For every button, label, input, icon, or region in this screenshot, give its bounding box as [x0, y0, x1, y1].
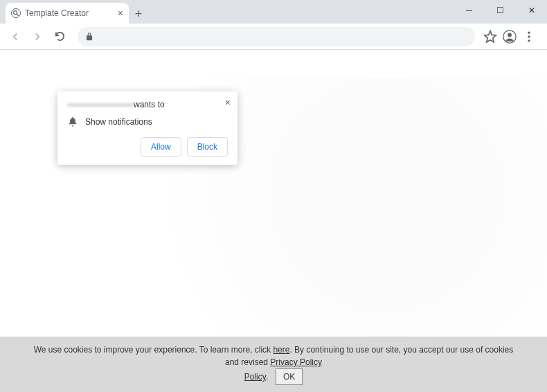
minimize-button[interactable]: ─ — [454, 0, 485, 21]
menu-icon[interactable] — [522, 30, 536, 44]
window-titlebar: Template Creator × + ─ ☐ ✕ — [0, 0, 547, 24]
close-icon[interactable]: × — [118, 8, 123, 19]
cookie-ok-button[interactable]: OK — [276, 368, 303, 385]
bookmark-icon[interactable] — [483, 30, 497, 44]
notification-title: ———————— wants to — [67, 100, 228, 109]
block-button[interactable]: Block — [187, 137, 228, 157]
svg-point-3 — [508, 33, 512, 37]
lock-icon — [84, 32, 94, 42]
forward-button[interactable] — [28, 27, 47, 46]
address-bar[interactable] — [78, 27, 475, 46]
new-tab-button[interactable]: + — [129, 4, 148, 24]
browser-toolbar — [0, 24, 547, 50]
notification-popup: × ———————— wants to Show notifications A… — [57, 91, 237, 165]
profile-icon[interactable] — [503, 30, 517, 44]
cookie-policy-link[interactable]: Privacy Policy — [270, 357, 322, 367]
reload-button[interactable] — [50, 27, 69, 46]
close-button[interactable]: ✕ — [516, 0, 547, 21]
window-controls: ─ ☐ ✕ — [454, 0, 547, 21]
page-content: Template Offered by: Templ o Free Online… — [0, 50, 547, 392]
allow-button[interactable]: Allow — [141, 137, 181, 157]
cookie-policy-link2[interactable]: Policy — [244, 372, 266, 382]
cookie-here-link[interactable]: here — [273, 345, 289, 355]
svg-point-6 — [528, 39, 530, 42]
tab-title: Template Creator — [25, 8, 89, 18]
browser-tab[interactable]: Template Creator × — [6, 3, 129, 24]
svg-line-1 — [17, 14, 19, 16]
svg-point-5 — [528, 35, 530, 37]
search-icon — [11, 8, 21, 18]
svg-point-0 — [14, 11, 17, 15]
bell-icon — [67, 116, 78, 127]
maximize-button[interactable]: ☐ — [485, 0, 516, 21]
svg-point-4 — [528, 31, 530, 33]
cookie-bar: We use cookies to improve your experienc… — [0, 337, 547, 392]
close-icon[interactable]: × — [225, 97, 231, 108]
notification-row: Show notifications — [67, 116, 228, 127]
back-button[interactable] — [6, 27, 25, 46]
